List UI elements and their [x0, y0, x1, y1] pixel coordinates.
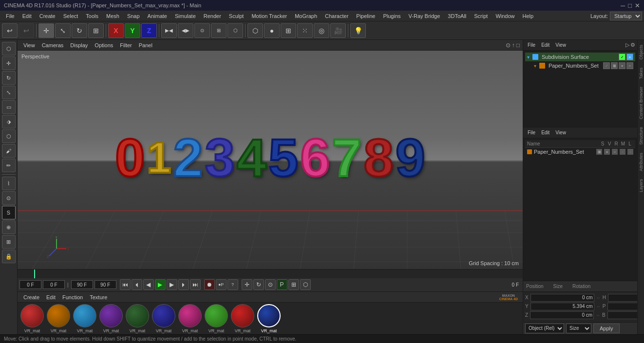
material-item-4[interactable]: VR_mat: [126, 304, 149, 333]
tool-magnet[interactable]: ⊙: [2, 191, 16, 205]
mat-menu-create[interactable]: Create: [20, 293, 42, 301]
camera-button[interactable]: 🎥: [330, 23, 346, 38]
vp-icon-up[interactable]: ↑: [512, 42, 515, 49]
layout-selector[interactable]: Layout: Startup: [590, 12, 642, 20]
rotate-tool-button[interactable]: ↻: [72, 23, 87, 38]
tool-scale[interactable]: ⤡: [2, 86, 16, 99]
mat-menu-edit[interactable]: Edit: [43, 293, 58, 301]
tool-knife[interactable]: ⌇: [2, 177, 16, 190]
y-axis-button[interactable]: Y: [125, 23, 140, 38]
timeline-playhead[interactable]: [34, 270, 35, 278]
dots-button[interactable]: ⁙: [297, 23, 313, 38]
attr-icon-r[interactable]: −: [612, 149, 618, 155]
record-scale-button[interactable]: ⊞: [211, 23, 227, 38]
menu-tools[interactable]: Tools: [82, 12, 102, 20]
subdivision-expand-icon[interactable]: ▾: [527, 54, 530, 60]
menu-character[interactable]: Character: [321, 12, 352, 20]
material-item-8[interactable]: VR_mat: [231, 304, 254, 333]
scale-mode-btn[interactable]: ⊙: [265, 279, 276, 290]
attr-edit-menu[interactable]: Edit: [539, 129, 552, 136]
menu-mesh[interactable]: Mesh: [102, 12, 123, 20]
vtab-structure[interactable]: Structure: [638, 124, 644, 148]
tool-select[interactable]: ⬡: [2, 42, 16, 55]
onion-skin-btn[interactable]: ⬡: [300, 279, 311, 290]
undo-button[interactable]: ↩: [2, 23, 18, 38]
menu-3dtoall[interactable]: 3DToAll: [444, 12, 470, 20]
paper-numbers-expand-icon[interactable]: ▾: [534, 63, 536, 69]
papernums-icon3[interactable]: −: [626, 62, 633, 69]
pos-z-input[interactable]: [530, 311, 594, 319]
go-start-button[interactable]: ⏮: [120, 279, 131, 290]
light-button[interactable]: 💡: [350, 23, 366, 38]
record-button[interactable]: ▶◀: [161, 23, 177, 38]
attr-icon-m[interactable]: ·: [620, 149, 625, 155]
vp-menu-filter[interactable]: Filter: [117, 41, 134, 49]
move-tool-button[interactable]: ✛: [38, 23, 54, 38]
cube-view-button[interactable]: ⬡: [247, 23, 263, 38]
start-frame-input[interactable]: [43, 280, 65, 289]
tool-polygon[interactable]: ⬡: [2, 129, 16, 143]
menu-pipeline[interactable]: Pipeline: [352, 12, 379, 20]
total-frames-input[interactable]: [95, 280, 116, 289]
menu-animate[interactable]: Animate: [144, 12, 171, 20]
tool-box[interactable]: ▭: [2, 100, 16, 114]
vp-menu-cameras[interactable]: Cameras: [39, 41, 67, 49]
record-active-button[interactable]: ⏺: [204, 279, 215, 290]
vp-icon-square[interactable]: □: [516, 42, 520, 49]
record-rot-btn[interactable]: ?: [227, 279, 238, 290]
mat-menu-function[interactable]: Function: [59, 293, 86, 301]
menu-mograph[interactable]: MoGraph: [291, 12, 321, 20]
vp-icon-left[interactable]: ⊙: [506, 42, 511, 49]
obj-file-menu[interactable]: File: [525, 41, 538, 49]
keyframe-button[interactable]: ⬡: [227, 23, 243, 38]
papernums-icon1[interactable]: ⊞: [611, 62, 618, 69]
subdiv-vis-icon[interactable]: ●: [626, 54, 633, 60]
tool-sculpt[interactable]: ⊕: [2, 220, 16, 234]
vtab-layers[interactable]: Layers: [638, 176, 644, 195]
tool-s[interactable]: S: [2, 206, 16, 219]
vp-menu-display[interactable]: Display: [67, 41, 91, 49]
vtab-objects[interactable]: Objects: [638, 42, 644, 63]
menu-simulate[interactable]: Simulate: [171, 12, 200, 20]
material-item-6[interactable]: VR_mat: [178, 304, 202, 333]
tool-lock[interactable]: 🔒: [2, 250, 16, 263]
viewport[interactable]: Perspective: [18, 51, 523, 269]
menu-window[interactable]: Window: [492, 12, 518, 20]
vtab-content[interactable]: Content Browser: [638, 84, 644, 122]
redo-button[interactable]: ↩: [19, 23, 34, 38]
coord-system-select[interactable]: Object (Rel) World: [525, 324, 564, 333]
attr-icon-v[interactable]: ×: [604, 149, 610, 155]
record-pos-btn[interactable]: ●P: [216, 279, 227, 290]
attr-icon-l[interactable]: ·: [627, 149, 633, 155]
menu-render[interactable]: Render: [200, 12, 225, 20]
material-item-1[interactable]: VR_mat: [47, 304, 70, 333]
menu-help[interactable]: Help: [519, 12, 538, 20]
attr-file-menu[interactable]: File: [525, 129, 538, 136]
record-rot-button[interactable]: ⊙: [194, 23, 210, 38]
menu-snap[interactable]: Snap: [123, 12, 144, 20]
papernums-icon2[interactable]: ×: [619, 62, 625, 69]
minimize-button[interactable]: ─: [621, 2, 625, 9]
window-controls[interactable]: ─ □ ✕: [621, 2, 640, 9]
vtab-attributes[interactable]: Attributes: [638, 150, 644, 174]
obj-expand-icon[interactable]: ▷: [625, 42, 629, 48]
maximize-button[interactable]: □: [628, 2, 632, 9]
pos-y-input[interactable]: [530, 303, 594, 310]
mat-menu-texture[interactable]: Texture: [87, 293, 110, 301]
grid-button[interactable]: ⊞: [281, 23, 296, 38]
rotate-mode-btn[interactable]: ↻: [253, 279, 264, 290]
papernums-check-icon[interactable]: ✓: [603, 62, 610, 69]
subdiv-check-icon[interactable]: ✓: [619, 54, 625, 60]
obj-view-menu[interactable]: View: [553, 41, 568, 49]
material-item-3[interactable]: VR_mat: [99, 304, 123, 333]
obj-paper-numbers[interactable]: ▾ Paper_Numbers_Set ✓ ⊞ × −: [525, 61, 635, 70]
x-axis-button[interactable]: X: [108, 23, 124, 38]
material-item-9[interactable]: VR_mat: [257, 304, 281, 333]
next-frame-button[interactable]: ⏵: [178, 279, 189, 290]
tool-grid2[interactable]: ⊞: [2, 235, 16, 249]
attr-view-menu[interactable]: View: [553, 129, 568, 136]
material-item-2[interactable]: VR_mat: [73, 304, 96, 333]
tool-rotate[interactable]: ↻: [2, 71, 16, 85]
scale-tool-button[interactable]: ⤡: [55, 23, 71, 38]
layout-select[interactable]: Startup: [610, 12, 642, 20]
